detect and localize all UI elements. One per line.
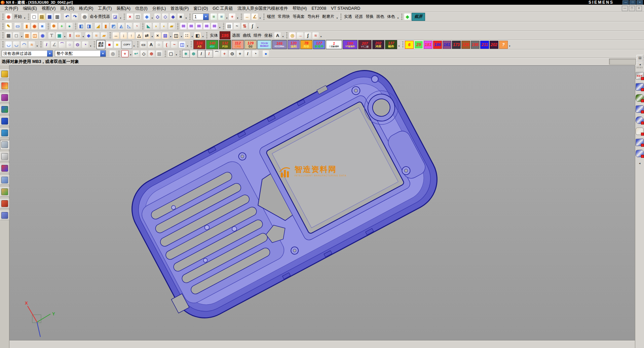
measure-angle-icon[interactable]: ∠ [251,13,259,21]
menu-item-10[interactable]: 首选项(P) [168,5,191,11]
workbench-button[interactable] [0,211,9,220]
curve-dropdown[interactable]: ▾ [256,23,259,30]
jar-icon[interactable]: ◫ [178,41,186,48]
pin-tool-icon[interactable]: ◎ [289,32,296,39]
wcs-dropdown[interactable]: ▾ [236,13,239,21]
undo-selection-icon[interactable]: ↩ [132,50,140,58]
shape-outline-icon[interactable]: ○ [155,41,163,48]
snap-midpoint-icon[interactable]: / [205,50,213,58]
sync-dropdown-3[interactable]: ▾ [180,32,183,39]
command-finder-icon[interactable]: ◎ [81,13,88,21]
start-button[interactable]: 开始 [12,13,23,20]
menu-item-7[interactable]: 装配(A) [114,5,133,11]
measure-dropdown[interactable]: ▾ [259,13,262,21]
sheets-icon[interactable]: ▰ [100,32,108,39]
rollover-stop-icon[interactable]: ⊛ [190,50,197,58]
minimize-button[interactable]: — [622,0,629,5]
sheet-twist-icon[interactable]: ≈ [28,41,36,48]
work-layer-combo-arrow-icon[interactable]: ▼ [203,14,209,20]
snap-center-icon[interactable]: ⊙ [228,50,236,58]
standard-key-button[interactable]: KEY [636,72,644,79]
toolbar-grip[interactable] [240,13,242,20]
selection-filter-combo-arrow-icon[interactable]: ▼ [47,50,52,57]
circle-icon[interactable]: ○ [66,41,74,48]
steel-tile-d2[interactable]: 129D2 [244,40,257,49]
wave-link-icon-2[interactable]: ✉ [187,22,195,30]
render-style-icon[interactable]: ■ [177,13,185,21]
rail-grip[interactable] [637,67,643,68]
snap-filter-icon[interactable]: + [121,49,129,58]
steel-tile-oil[interactable]: 120油刚 [288,40,300,49]
hinge-part-button[interactable] [636,150,644,157]
slider-block-button[interactable] [636,105,644,113]
menu-item-3[interactable]: 视图(V) [39,5,58,11]
move-face-icon[interactable]: ↔ [112,32,120,39]
plane-dropdown[interactable]: ▾ [20,32,23,39]
part-navigator-button[interactable] [0,93,9,102]
sphere-icon[interactable]: ● [66,22,73,30]
split-body-icon[interactable]: ▮ [102,22,110,30]
layer-settings-icon[interactable]: ≡ [210,13,218,21]
unite-icon[interactable]: ◧ [77,22,85,30]
tile-vt-standard[interactable]: 199VT标准件 [343,40,357,49]
menu-item-14[interactable]: 帮助(H) [290,5,309,11]
component-filter-button[interactable]: 组件 [252,32,263,39]
letter-a-icon[interactable]: A [147,41,155,48]
pattern-face-icon[interactable]: ∷ [183,32,191,39]
tube-icon[interactable]: ▥ [23,32,31,39]
marquee-dropdown[interactable]: ▾ [175,50,178,57]
copy-face-icon[interactable]: ▤ [161,32,169,39]
mold-guide-pin-button[interactable]: 导向杆 [306,13,321,20]
steel-tile-p20[interactable]: 132P20 [219,40,231,49]
constraint-navigator-button[interactable] [0,81,9,91]
display-translucent-button[interactable]: 实透 [343,13,353,20]
trim-dropdown[interactable]: ▾ [82,32,85,39]
pattern-grid-icon[interactable]: ▦ [5,32,12,39]
toolbar-grip[interactable] [401,13,403,20]
tile-casting[interactable]: 137铸件 [385,40,397,49]
punch-standard-button[interactable] [636,83,644,91]
redo-icon[interactable]: ↷ [71,13,79,21]
toolbar-grip[interactable] [179,50,181,57]
internet-browser-button[interactable] [0,128,9,138]
prompt-scroll-track[interactable] [609,59,636,65]
menu-item-15[interactable]: ET2008 [309,5,329,11]
reuse-library-button[interactable] [0,105,9,114]
toolbar-grip[interactable] [164,50,166,57]
csys-filter-button[interactable]: 坐标 [263,32,274,39]
boss-icon[interactable]: ◉ [39,32,46,39]
snap-intersection-icon[interactable]: + [221,50,228,58]
history-button[interactable] [0,140,9,149]
save-icon[interactable]: ▦ [46,13,53,21]
curve-filter-button[interactable]: 曲线 [241,32,252,39]
split-face-icon[interactable]: ◫ [31,32,39,39]
menu-item-12[interactable]: GC 工具箱 [210,5,235,11]
subtract-icon[interactable]: ◨ [85,22,93,30]
assembly-navigator-button[interactable] [0,69,9,79]
steel-tile-45[interactable]: 14045# [206,40,218,49]
mold-util-dropdown[interactable]: ▾ [132,41,136,48]
circle-center-icon[interactable]: ⊙ [74,41,81,48]
child-close-button[interactable]: × [636,6,642,11]
num-tiles-dropdown[interactable]: ▾ [508,41,511,48]
visualization-button[interactable] [0,164,9,173]
menu-item-1[interactable]: 文件(F) [2,5,21,11]
yellow-cube-icon[interactable]: ■ [113,41,121,48]
toolbar-grip[interactable] [222,23,224,29]
block-icon[interactable]: ■ [38,22,46,30]
selection-scope-combo[interactable]: 整个装配▼ [55,50,106,57]
offset-dropdown[interactable]: ▾ [63,32,66,39]
display-replace-button[interactable]: 替换 [364,13,375,20]
taper-face-icon[interactable]: △ [135,32,143,39]
round-plate-button[interactable] [636,116,644,124]
display-restore-button[interactable]: 还原 [353,13,364,20]
studio-view-icon[interactable]: ◈ [169,13,177,21]
rib-icon[interactable]: ‖ [66,32,74,39]
num-tile-186[interactable]: 186 [433,41,442,49]
menu-item-4[interactable]: 插入(S) [58,5,77,11]
mold-spacer-button[interactable]: 等高套 [291,13,306,20]
num-tile-202[interactable]: 202 [490,41,498,49]
stamp-icon[interactable]: ◫ [134,13,142,21]
freeform-dropdown[interactable]: ▾ [319,32,323,39]
num-tile-181[interactable]: 181 [424,41,432,49]
